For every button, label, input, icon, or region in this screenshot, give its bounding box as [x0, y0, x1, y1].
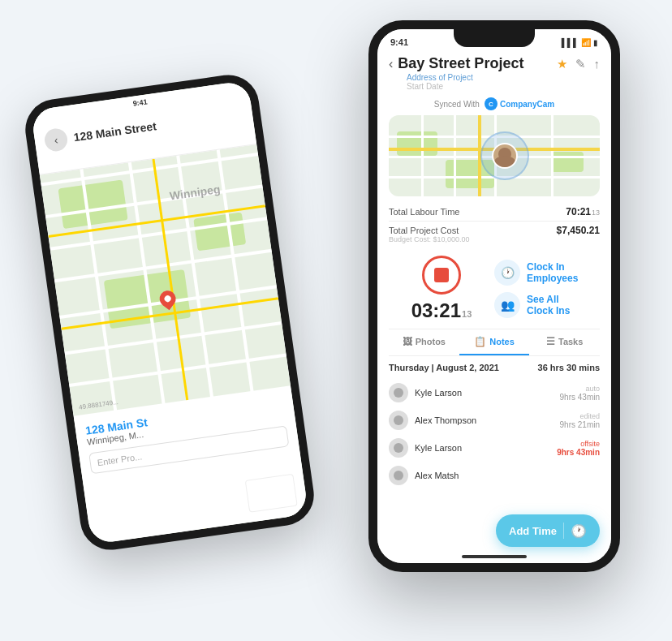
timer-left: 03:21 13	[389, 256, 494, 322]
back-address-label: 128 Main Street	[73, 119, 157, 144]
tabs-row: 🖼 Photos 📋 Notes ☰ Tasks	[389, 329, 600, 356]
timer-section: 03:21 13 🕐 Clock InEmployees 👥 See AllCl…	[377, 249, 611, 329]
entry-name-4: Alex Matsh	[415, 471, 593, 480]
add-time-divider	[563, 523, 564, 539]
project-title: Bay Street Project	[398, 55, 523, 72]
notch	[454, 29, 535, 47]
tab-photos-label: Photos	[416, 337, 446, 346]
stop-icon	[434, 268, 449, 282]
header-actions: ★ ✎ ↑	[557, 57, 601, 71]
budget-label: Budget Cost: $10,000.00	[389, 235, 470, 243]
timer-stop-button[interactable]	[422, 256, 461, 295]
entry-type-3: offsite	[557, 440, 600, 448]
add-time-label: Add Time	[509, 525, 557, 537]
back-phone-white-box	[245, 474, 298, 513]
clock-in-icon: 🕐	[494, 260, 520, 286]
signal-icon: ▌▌▌	[562, 38, 579, 47]
labour-count: 13	[592, 209, 600, 217]
time-entry: Kyle Larson offsite 9hrs 43min	[389, 434, 600, 462]
avatar-body	[494, 156, 515, 169]
home-indicator	[462, 555, 527, 558]
back-chevron-icon: ‹	[54, 133, 59, 146]
company-cam-logo: C CompanyCam	[485, 97, 554, 110]
add-time-button[interactable]: Add Time 🕐	[496, 514, 600, 547]
project-date: Start Date	[407, 82, 600, 91]
share-icon[interactable]: ↑	[594, 57, 601, 71]
map-avatar	[492, 143, 518, 169]
time-entry: Alex Thompson edited 9hrs 21min	[389, 407, 600, 434]
sync-banner: Synced With C CompanyCam	[389, 97, 600, 110]
see-all-action[interactable]: 👥 See AllClock Ins	[494, 292, 600, 318]
labour-value: 70:21	[566, 206, 591, 217]
time-list-date: Thursday | August 2, 2021	[389, 363, 499, 372]
timer-display: 03:21 13	[411, 299, 472, 322]
clock-icon: 🕐	[571, 523, 587, 539]
timer-right: 🕐 Clock InEmployees 👥 See AllClock Ins	[494, 260, 600, 318]
front-phone: 9:41 ▌▌▌ 📶 ▮ ‹ Bay Street Project ★ ✎	[368, 20, 620, 572]
tab-notes[interactable]: 📋 Notes	[459, 329, 530, 355]
entry-avatar-4	[389, 466, 408, 485]
entry-type-2: edited	[560, 412, 600, 420]
scene: Winnipeg 49.8881749... 9:41 ‹ 128 Main S…	[52, 20, 620, 621]
cost-row: Total Project Cost Budget Cost: $10,000.…	[389, 225, 600, 243]
star-icon[interactable]: ★	[557, 57, 567, 71]
header-row: ‹ Bay Street Project ★ ✎ ↑	[389, 55, 600, 72]
back-button[interactable]: ‹	[43, 127, 69, 153]
back-phone-time: 9:41	[31, 84, 249, 122]
wifi-icon: 📶	[581, 38, 591, 47]
status-icons: ▌▌▌ 📶 ▮	[562, 38, 598, 47]
company-cam-name: CompanyCam	[500, 100, 554, 109]
clock-in-label: Clock InEmployees	[527, 261, 578, 285]
entry-name-2: Alex Thompson	[415, 415, 554, 425]
entry-name-1: Kyle Larson	[415, 388, 554, 398]
entry-avatar-3	[389, 438, 408, 458]
tab-tasks-label: Tasks	[558, 337, 583, 346]
winnipeg-label: Winnipeg	[169, 183, 221, 203]
cost-value: $7,450.21	[557, 225, 600, 236]
timer-count: 13	[462, 309, 472, 319]
back-phone: Winnipeg 49.8881749... 9:41 ‹ 128 Main S…	[21, 71, 317, 554]
entry-time-2: 9hrs 21min	[560, 420, 600, 429]
timer-value: 03:21	[411, 299, 461, 322]
entry-type-1: auto	[560, 385, 600, 393]
entry-time-1: 9hrs 43min	[560, 393, 600, 402]
stats-section: Total Labour Time 70:21 13 Total Project…	[377, 203, 611, 249]
tasks-icon: ☰	[546, 336, 555, 347]
entry-avatar-1	[389, 383, 408, 402]
entry-avatar-2	[389, 411, 408, 430]
entry-time-3: 9hrs 43min	[557, 448, 600, 457]
time-list-total: 36 hrs 30 mins	[538, 363, 600, 372]
map-thumbnail[interactable]	[389, 115, 600, 196]
cost-label: Total Project Cost	[389, 226, 470, 235]
time-list-header: Thursday | August 2, 2021 36 hrs 30 mins	[389, 363, 600, 372]
see-all-icon: 👥	[494, 292, 520, 318]
header-left: ‹ Bay Street Project	[389, 55, 523, 72]
tab-photos[interactable]: 🖼 Photos	[389, 329, 459, 355]
tab-notes-label: Notes	[489, 337, 515, 346]
time-entry: Alex Matsh	[389, 462, 600, 489]
coord-label: 49.8881749...	[79, 398, 119, 411]
header-back-icon[interactable]: ‹	[389, 57, 393, 71]
tab-tasks[interactable]: ☰ Tasks	[529, 329, 600, 355]
clock-in-action[interactable]: 🕐 Clock InEmployees	[494, 260, 600, 286]
battery-icon: ▮	[593, 38, 598, 47]
thumb-map-bg	[389, 115, 600, 196]
app-header: ‹ Bay Street Project ★ ✎ ↑ Address of Pr…	[377, 52, 611, 97]
edit-icon[interactable]: ✎	[575, 57, 586, 71]
labour-row: Total Labour Time 70:21 13	[389, 206, 600, 217]
notes-icon: 📋	[474, 336, 486, 347]
project-address: Address of Project	[407, 73, 600, 82]
labour-label: Total Labour Time	[389, 207, 459, 217]
photos-icon: 🖼	[403, 336, 412, 347]
company-cam-icon: C	[485, 97, 498, 110]
synced-label: Synced With	[434, 100, 480, 109]
map-pin	[158, 290, 177, 313]
entry-name-3: Kyle Larson	[415, 443, 550, 453]
time-entry: Kyle Larson auto 9hrs 43min	[389, 379, 600, 407]
see-all-label: See AllClock Ins	[527, 294, 570, 317]
status-time: 9:41	[390, 37, 408, 47]
